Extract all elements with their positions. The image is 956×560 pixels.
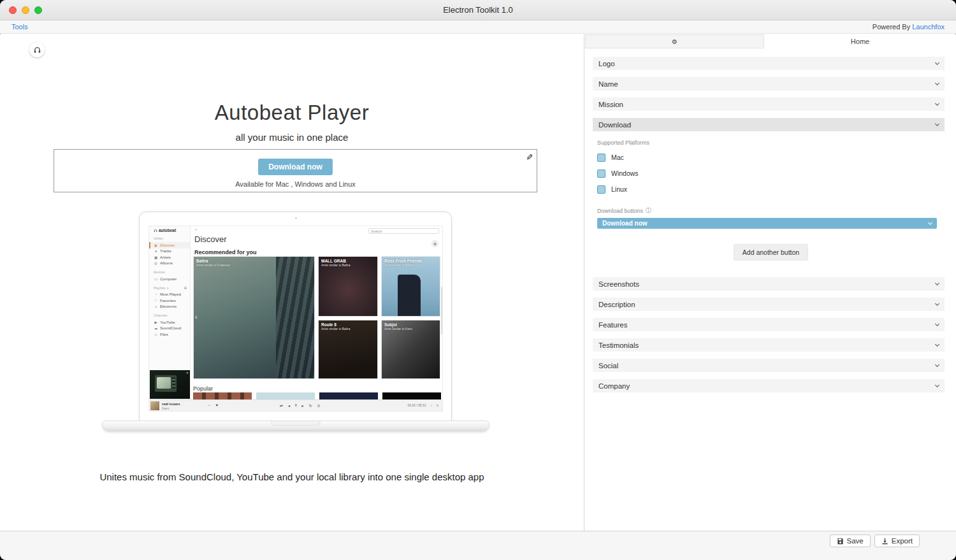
lock-icon[interactable]: ⊙	[317, 403, 321, 408]
pause-icon[interactable]: ‖	[295, 403, 296, 408]
sidebar-item-most-played[interactable]: ◔Most Played	[154, 292, 190, 298]
item-label: Most Played	[160, 292, 181, 296]
youtube-icon: ▶	[154, 320, 158, 324]
sidebar-item-computer[interactable]: ▭Computer	[154, 276, 190, 282]
save-button[interactable]: Save	[830, 535, 871, 547]
powered-by-label: Powered By	[873, 23, 910, 31]
accordion-label: Description	[598, 301, 635, 308]
volume-icon[interactable]: ♪	[431, 403, 433, 407]
item-label: SoundCloud	[160, 326, 181, 330]
accordion-mission[interactable]: Mission	[593, 97, 945, 111]
item-label: Tracks	[160, 249, 171, 253]
item-label: Computer	[160, 277, 177, 281]
accordion-description[interactable]: Description	[593, 298, 945, 311]
artist-card-ross-from-friends[interactable]: Ross From Friends Artist similar to Balt…	[381, 256, 440, 317]
card-title: Ross From Friends	[384, 259, 422, 263]
video-preview-thumbnail[interactable]: ✕	[150, 370, 190, 399]
add-playlist-icon[interactable]: ⊞	[184, 286, 187, 290]
tab-home[interactable]: Home	[764, 34, 956, 48]
download-icon	[881, 538, 888, 545]
item-label: Artists	[160, 255, 171, 259]
tv-knobs	[172, 377, 175, 389]
accordion-label: Testimonials	[598, 341, 639, 349]
scrollbar[interactable]	[441, 287, 442, 334]
now-playing-art	[150, 401, 159, 410]
chevron-down-icon	[928, 220, 932, 225]
heart-outline-icon: ♡	[154, 299, 158, 303]
artists-icon: ▣	[154, 255, 158, 259]
accordion-social[interactable]: Social	[593, 359, 945, 372]
site-logo-badge[interactable]	[29, 42, 45, 57]
platforms-note: Available for Mac , Windows and Linux	[54, 180, 537, 188]
artist-card-baltra[interactable]: Baltra Artist similar to Folamour ‹	[193, 256, 315, 379]
windows-checkbox[interactable]	[597, 169, 605, 178]
download-button-select[interactable]: Download now	[597, 218, 937, 229]
sidebar-section-channels: Channels	[154, 313, 190, 317]
accordion-label: Social	[598, 362, 618, 370]
back-arrow-icon[interactable]: ←	[194, 227, 199, 231]
sidebar-item-favorites[interactable]: ♡Favorites	[154, 298, 190, 304]
download-now-button[interactable]: Download now	[258, 159, 333, 175]
time-display: 00:16 / 05:12	[407, 403, 426, 407]
artist-card-mall-grab[interactable]: MALL GRAB Artist similar to Baltra	[318, 256, 378, 317]
cloud-icon: ☁	[154, 326, 158, 330]
chevron-down-icon	[935, 61, 939, 65]
heart-icon[interactable]: ♥	[216, 403, 219, 407]
platform-row-mac: Mac	[597, 153, 945, 162]
collapse-icon[interactable]: ∧	[166, 286, 169, 290]
close-icon[interactable]: ✕	[186, 371, 189, 375]
sidebar-item-tracks[interactable]: ≡Tracks	[154, 248, 190, 255]
accordion-label: Screenshots	[598, 280, 639, 288]
accordion-logo[interactable]: Logo	[593, 57, 945, 70]
tv-illustration	[155, 375, 177, 392]
sidebar-item-soundcloud[interactable]: ☁SoundCloud	[154, 326, 190, 332]
info-icon[interactable]: ⓘ	[646, 206, 651, 215]
accordion-download[interactable]: Download	[593, 118, 945, 131]
artist-card-subjoi[interactable]: Subjoi Artist similar to Kami	[381, 320, 440, 379]
app-search-input[interactable]	[368, 228, 439, 234]
tab-settings[interactable]: ⚙	[585, 34, 764, 48]
sidebar-item-files[interactable]: ▱Files	[154, 331, 190, 338]
launchfox-link[interactable]: Launchfox	[912, 23, 945, 31]
accordion-testimonials[interactable]: Testimonials	[593, 338, 945, 352]
accordion-features[interactable]: Features	[593, 318, 945, 331]
sidebar-item-discover[interactable]: ◉Discover	[149, 242, 190, 248]
item-label: Files	[160, 333, 168, 336]
sidebar-item-youtube[interactable]: ▶YouTube	[154, 319, 190, 326]
export-button[interactable]: Export	[874, 535, 920, 547]
discover-settings-button[interactable]: ⚙	[431, 240, 438, 247]
item-label: Electronic	[160, 305, 177, 308]
accordion-screenshots[interactable]: Screenshots	[593, 277, 945, 291]
site-subtitle: all your music in one place	[0, 132, 584, 143]
sidebar-item-albums[interactable]: ◎Albums	[154, 261, 190, 267]
mac-checkbox[interactable]	[597, 154, 605, 162]
accordion-label: Features	[598, 321, 627, 329]
previous-icon[interactable]: ◂	[288, 403, 290, 408]
sidebar-section-playlists: Playlists ∧ ⊞	[154, 286, 190, 290]
app-window: Electron Toolkit 1.0 Tools Powered By La…	[0, 0, 956, 560]
sidebar-item-artists[interactable]: ▣Artists	[154, 254, 190, 261]
queue-icon[interactable]: ≡	[437, 403, 438, 407]
artist-card-route-8[interactable]: Route 8 Artist similar to Baltra	[318, 320, 378, 379]
accordion-company[interactable]: Company	[593, 379, 945, 392]
panel-tabs: ⚙ Home	[585, 34, 956, 48]
tools-menu[interactable]: Tools	[11, 23, 28, 31]
tv-screen	[157, 377, 171, 389]
edit-pencil-icon[interactable]: ✎	[525, 154, 534, 161]
add-another-button[interactable]: Add another button	[734, 244, 808, 261]
folder-icon: ▱	[154, 333, 158, 336]
playlists-label: Playlists	[154, 286, 165, 290]
linux-checkbox[interactable]	[597, 185, 605, 194]
site-tagline: Unites music from SoundCloud, YouTube an…	[0, 471, 584, 482]
shuffle-icon[interactable]: ⇄	[280, 403, 283, 408]
titlebar: Electron Toolkit 1.0	[0, 0, 956, 20]
next-icon[interactable]: ▸	[302, 403, 304, 408]
download-cta-editable-block[interactable]: ✎ Download now Available for Mac , Windo…	[54, 149, 537, 192]
minus-icon[interactable]: −	[208, 403, 210, 407]
accordion-name[interactable]: Name	[593, 77, 945, 90]
carousel-prev-icon[interactable]: ‹	[195, 313, 198, 320]
photo-placeholder	[398, 275, 421, 317]
sidebar-item-electronic[interactable]: ♫Electronic	[154, 304, 190, 310]
gear-icon: ⚙	[433, 241, 437, 246]
repeat-icon[interactable]: ↻	[309, 403, 312, 408]
